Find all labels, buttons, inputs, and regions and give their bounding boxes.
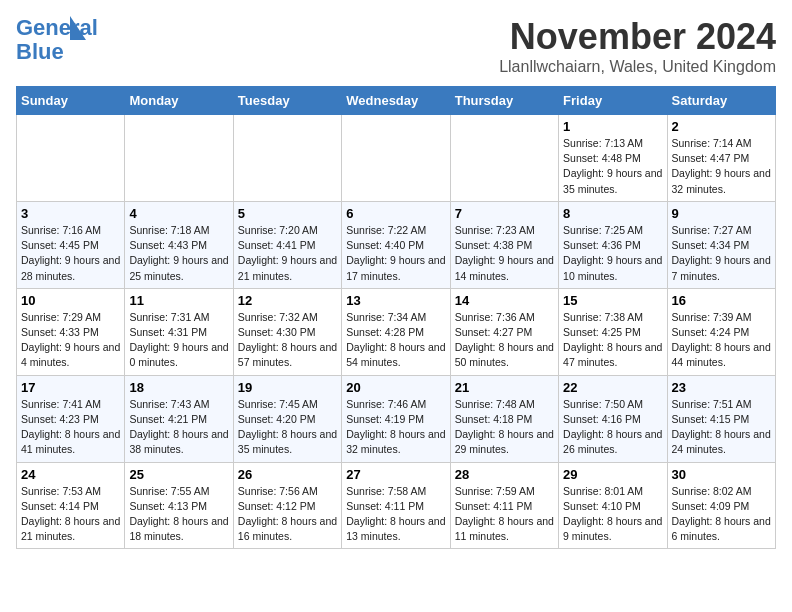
table-cell: 25Sunrise: 7:55 AM Sunset: 4:13 PM Dayli…	[125, 462, 233, 549]
col-saturday: Saturday	[667, 87, 775, 115]
day-number: 26	[238, 467, 337, 482]
table-cell: 24Sunrise: 7:53 AM Sunset: 4:14 PM Dayli…	[17, 462, 125, 549]
week-row-3: 10Sunrise: 7:29 AM Sunset: 4:33 PM Dayli…	[17, 288, 776, 375]
day-number: 25	[129, 467, 228, 482]
day-info: Sunrise: 7:34 AM Sunset: 4:28 PM Dayligh…	[346, 310, 445, 371]
day-info: Sunrise: 7:20 AM Sunset: 4:41 PM Dayligh…	[238, 223, 337, 284]
day-info: Sunrise: 7:46 AM Sunset: 4:19 PM Dayligh…	[346, 397, 445, 458]
table-cell: 12Sunrise: 7:32 AM Sunset: 4:30 PM Dayli…	[233, 288, 341, 375]
week-row-2: 3Sunrise: 7:16 AM Sunset: 4:45 PM Daylig…	[17, 201, 776, 288]
col-wednesday: Wednesday	[342, 87, 450, 115]
day-number: 21	[455, 380, 554, 395]
table-cell: 2Sunrise: 7:14 AM Sunset: 4:47 PM Daylig…	[667, 115, 775, 202]
col-friday: Friday	[559, 87, 667, 115]
day-info: Sunrise: 8:01 AM Sunset: 4:10 PM Dayligh…	[563, 484, 662, 545]
logo-triangle	[70, 16, 86, 40]
day-info: Sunrise: 7:45 AM Sunset: 4:20 PM Dayligh…	[238, 397, 337, 458]
day-number: 30	[672, 467, 771, 482]
day-number: 4	[129, 206, 228, 221]
table-cell: 26Sunrise: 7:56 AM Sunset: 4:12 PM Dayli…	[233, 462, 341, 549]
day-info: Sunrise: 7:53 AM Sunset: 4:14 PM Dayligh…	[21, 484, 120, 545]
day-info: Sunrise: 7:16 AM Sunset: 4:45 PM Dayligh…	[21, 223, 120, 284]
table-cell: 3Sunrise: 7:16 AM Sunset: 4:45 PM Daylig…	[17, 201, 125, 288]
table-cell: 20Sunrise: 7:46 AM Sunset: 4:19 PM Dayli…	[342, 375, 450, 462]
day-info: Sunrise: 7:43 AM Sunset: 4:21 PM Dayligh…	[129, 397, 228, 458]
day-number: 23	[672, 380, 771, 395]
day-number: 5	[238, 206, 337, 221]
location-title: Llanllwchaiarn, Wales, United Kingdom	[499, 58, 776, 76]
month-title: November 2024	[499, 16, 776, 58]
table-cell	[450, 115, 558, 202]
header: General Blue November 2024 Llanllwchaiar…	[16, 16, 776, 76]
table-cell: 21Sunrise: 7:48 AM Sunset: 4:18 PM Dayli…	[450, 375, 558, 462]
day-info: Sunrise: 7:29 AM Sunset: 4:33 PM Dayligh…	[21, 310, 120, 371]
day-info: Sunrise: 7:31 AM Sunset: 4:31 PM Dayligh…	[129, 310, 228, 371]
table-cell: 18Sunrise: 7:43 AM Sunset: 4:21 PM Dayli…	[125, 375, 233, 462]
table-cell: 22Sunrise: 7:50 AM Sunset: 4:16 PM Dayli…	[559, 375, 667, 462]
day-info: Sunrise: 7:22 AM Sunset: 4:40 PM Dayligh…	[346, 223, 445, 284]
day-number: 24	[21, 467, 120, 482]
table-cell	[125, 115, 233, 202]
table-cell: 19Sunrise: 7:45 AM Sunset: 4:20 PM Dayli…	[233, 375, 341, 462]
day-number: 6	[346, 206, 445, 221]
day-info: Sunrise: 7:55 AM Sunset: 4:13 PM Dayligh…	[129, 484, 228, 545]
day-number: 12	[238, 293, 337, 308]
table-cell: 16Sunrise: 7:39 AM Sunset: 4:24 PM Dayli…	[667, 288, 775, 375]
col-tuesday: Tuesday	[233, 87, 341, 115]
week-row-4: 17Sunrise: 7:41 AM Sunset: 4:23 PM Dayli…	[17, 375, 776, 462]
week-row-5: 24Sunrise: 7:53 AM Sunset: 4:14 PM Dayli…	[17, 462, 776, 549]
col-sunday: Sunday	[17, 87, 125, 115]
table-cell: 7Sunrise: 7:23 AM Sunset: 4:38 PM Daylig…	[450, 201, 558, 288]
table-cell: 1Sunrise: 7:13 AM Sunset: 4:48 PM Daylig…	[559, 115, 667, 202]
title-area: November 2024 Llanllwchaiarn, Wales, Uni…	[499, 16, 776, 76]
day-number: 2	[672, 119, 771, 134]
day-info: Sunrise: 7:32 AM Sunset: 4:30 PM Dayligh…	[238, 310, 337, 371]
table-cell	[233, 115, 341, 202]
day-info: Sunrise: 7:50 AM Sunset: 4:16 PM Dayligh…	[563, 397, 662, 458]
table-cell: 10Sunrise: 7:29 AM Sunset: 4:33 PM Dayli…	[17, 288, 125, 375]
calendar: Sunday Monday Tuesday Wednesday Thursday…	[16, 86, 776, 549]
day-number: 7	[455, 206, 554, 221]
day-number: 17	[21, 380, 120, 395]
logo: General Blue	[16, 16, 98, 64]
day-info: Sunrise: 7:23 AM Sunset: 4:38 PM Dayligh…	[455, 223, 554, 284]
col-thursday: Thursday	[450, 87, 558, 115]
week-row-1: 1Sunrise: 7:13 AM Sunset: 4:48 PM Daylig…	[17, 115, 776, 202]
day-number: 19	[238, 380, 337, 395]
day-info: Sunrise: 7:51 AM Sunset: 4:15 PM Dayligh…	[672, 397, 771, 458]
day-info: Sunrise: 7:58 AM Sunset: 4:11 PM Dayligh…	[346, 484, 445, 545]
day-info: Sunrise: 8:02 AM Sunset: 4:09 PM Dayligh…	[672, 484, 771, 545]
day-info: Sunrise: 7:18 AM Sunset: 4:43 PM Dayligh…	[129, 223, 228, 284]
day-info: Sunrise: 7:48 AM Sunset: 4:18 PM Dayligh…	[455, 397, 554, 458]
table-cell: 8Sunrise: 7:25 AM Sunset: 4:36 PM Daylig…	[559, 201, 667, 288]
day-number: 13	[346, 293, 445, 308]
day-info: Sunrise: 7:41 AM Sunset: 4:23 PM Dayligh…	[21, 397, 120, 458]
day-info: Sunrise: 7:27 AM Sunset: 4:34 PM Dayligh…	[672, 223, 771, 284]
table-cell: 13Sunrise: 7:34 AM Sunset: 4:28 PM Dayli…	[342, 288, 450, 375]
table-cell: 6Sunrise: 7:22 AM Sunset: 4:40 PM Daylig…	[342, 201, 450, 288]
table-cell: 29Sunrise: 8:01 AM Sunset: 4:10 PM Dayli…	[559, 462, 667, 549]
table-cell: 15Sunrise: 7:38 AM Sunset: 4:25 PM Dayli…	[559, 288, 667, 375]
day-info: Sunrise: 7:36 AM Sunset: 4:27 PM Dayligh…	[455, 310, 554, 371]
day-number: 11	[129, 293, 228, 308]
day-info: Sunrise: 7:59 AM Sunset: 4:11 PM Dayligh…	[455, 484, 554, 545]
table-cell	[342, 115, 450, 202]
day-info: Sunrise: 7:13 AM Sunset: 4:48 PM Dayligh…	[563, 136, 662, 197]
day-info: Sunrise: 7:14 AM Sunset: 4:47 PM Dayligh…	[672, 136, 771, 197]
day-number: 3	[21, 206, 120, 221]
day-number: 10	[21, 293, 120, 308]
table-cell: 28Sunrise: 7:59 AM Sunset: 4:11 PM Dayli…	[450, 462, 558, 549]
day-number: 27	[346, 467, 445, 482]
day-number: 1	[563, 119, 662, 134]
day-number: 15	[563, 293, 662, 308]
table-cell: 4Sunrise: 7:18 AM Sunset: 4:43 PM Daylig…	[125, 201, 233, 288]
day-number: 28	[455, 467, 554, 482]
col-monday: Monday	[125, 87, 233, 115]
table-cell: 23Sunrise: 7:51 AM Sunset: 4:15 PM Dayli…	[667, 375, 775, 462]
header-row: Sunday Monday Tuesday Wednesday Thursday…	[17, 87, 776, 115]
day-number: 9	[672, 206, 771, 221]
day-number: 14	[455, 293, 554, 308]
day-number: 22	[563, 380, 662, 395]
table-cell: 14Sunrise: 7:36 AM Sunset: 4:27 PM Dayli…	[450, 288, 558, 375]
table-cell: 30Sunrise: 8:02 AM Sunset: 4:09 PM Dayli…	[667, 462, 775, 549]
